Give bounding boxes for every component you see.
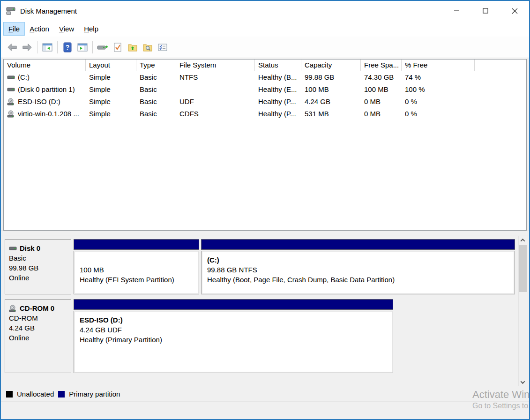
disk0-label[interactable]: Disk 0 Basic 99.98 GB Online xyxy=(5,239,71,294)
volume-name: (C:) xyxy=(18,71,30,83)
column-header-free-space[interactable]: Free Spa... xyxy=(361,60,402,71)
cell-free-space: 0 MB xyxy=(361,96,402,108)
primary-partition-swatch xyxy=(58,391,65,398)
cell-layout: Simple xyxy=(86,108,136,120)
disk-management-app-icon xyxy=(6,6,16,15)
menu-help-accesskey: H xyxy=(84,25,89,33)
rescan-disks-icon xyxy=(97,43,108,52)
column-header-file-system[interactable]: File System xyxy=(176,60,255,71)
volume-row-c[interactable]: (C:) Simple Basic NTFS Healthy (B... 99.… xyxy=(4,71,526,83)
menu-help-label: elp xyxy=(89,25,98,33)
legend-bar: Unallocated Primary partition xyxy=(1,387,529,401)
legend-primary-partition: Primary partition xyxy=(58,390,120,398)
volume-row-virtio-win[interactable]: virtio-win-0.1.208 ... Simple Basic CDFS… xyxy=(4,108,526,120)
menu-view[interactable]: View xyxy=(54,22,79,35)
partition-esd-iso[interactable]: ESD-ISO (D:) 4.24 GB UDF Healthy (Primar… xyxy=(74,299,393,373)
partition-c[interactable]: (C:) 99.88 GB NTFS Healthy (Boot, Page F… xyxy=(201,239,515,294)
volume-list-pane: Volume Layout Type File System Status Ca… xyxy=(3,59,527,231)
volume-row-disk0-partition1[interactable]: (Disk 0 partition 1) Simple Basic Health… xyxy=(4,83,526,96)
scroll-down-button[interactable] xyxy=(519,378,527,386)
minimize-button[interactable] xyxy=(442,1,471,21)
cell-free-space: 100 MB xyxy=(361,83,402,96)
folder-search-button[interactable] xyxy=(140,40,155,54)
menu-help[interactable]: Help xyxy=(79,22,103,35)
volume-name: ESD-ISO (D:) xyxy=(18,96,60,108)
partition-c-status: Healthy (Boot, Page File, Crash Dump, Ba… xyxy=(207,275,509,285)
cell-file-system xyxy=(176,83,255,96)
vertical-scrollbar[interactable] xyxy=(518,236,526,386)
cell-file-system: CDFS xyxy=(176,108,255,120)
properties-check-icon xyxy=(113,42,122,52)
cdrom0-label[interactable]: CD-ROM 0 CD-ROM 4.24 GB Online xyxy=(5,299,71,373)
column-header-status[interactable]: Status xyxy=(255,60,301,71)
forward-button[interactable] xyxy=(20,40,35,54)
pane-splitter[interactable] xyxy=(1,231,529,235)
graphical-view-pane: Disk 0 Basic 99.98 GB Online 100 MB Heal… xyxy=(1,235,529,387)
partition-efi[interactable]: 100 MB Healthy (EFI System Partition) xyxy=(74,239,199,294)
partition-esd-iso-title: ESD-ISO (D:) xyxy=(80,315,387,325)
menu-action-accesskey: A xyxy=(30,25,34,33)
cell-capacity: 99.88 GB xyxy=(301,71,361,83)
scrollbar-thumb[interactable] xyxy=(519,245,527,292)
menu-file[interactable]: File xyxy=(4,22,24,35)
cell-filler xyxy=(475,108,526,120)
disk0-size: 99.98 GB xyxy=(9,263,68,273)
help-icon: ? xyxy=(63,42,72,52)
scroll-up-button[interactable] xyxy=(519,236,527,244)
chevron-down-icon xyxy=(520,379,525,384)
forward-arrow-icon xyxy=(22,43,32,52)
disk-drive-icon xyxy=(9,246,17,251)
cell-file-system: NTFS xyxy=(176,71,255,83)
back-button[interactable] xyxy=(5,40,20,54)
cell-pct-free: 74 % xyxy=(402,71,475,83)
menu-view-accesskey: V xyxy=(59,25,64,33)
disk0-row: Disk 0 Basic 99.98 GB Online 100 MB Heal… xyxy=(5,239,515,294)
unallocated-label: Unallocated xyxy=(17,390,54,398)
menu-view-label: iew xyxy=(64,25,75,33)
volume-name: virtio-win-0.1.208 ... xyxy=(18,108,79,120)
show-action-pane-button[interactable] xyxy=(75,40,90,54)
column-header-type[interactable]: Type xyxy=(136,60,176,71)
cdrom0-row: CD-ROM 0 CD-ROM 4.24 GB Online ESD-ISO (… xyxy=(5,299,515,373)
menu-action[interactable]: Action xyxy=(25,22,54,35)
column-header-volume[interactable]: Volume xyxy=(4,60,86,71)
cell-capacity: 531 MB xyxy=(301,108,361,120)
folder-up-button[interactable] xyxy=(125,40,140,54)
cell-filler xyxy=(475,83,526,96)
column-header-layout[interactable]: Layout xyxy=(86,60,136,71)
checklist-button[interactable] xyxy=(155,40,170,54)
close-button[interactable] xyxy=(500,1,529,21)
maximize-button[interactable] xyxy=(471,1,500,21)
minimize-icon xyxy=(454,8,459,14)
disk0-partition-strip: 100 MB Healthy (EFI System Partition) (C… xyxy=(74,239,515,294)
cell-capacity: 100 MB xyxy=(301,83,361,96)
rescan-disks-button[interactable] xyxy=(95,40,110,54)
show-console-tree-button[interactable] xyxy=(40,40,55,54)
cell-status: Healthy (P... xyxy=(255,108,301,120)
column-header-pct-free[interactable]: % Free xyxy=(402,60,475,71)
cell-free-space: 0 MB xyxy=(361,108,402,120)
partition-c-color-band xyxy=(201,239,515,250)
column-header-capacity[interactable]: Capacity xyxy=(301,60,361,71)
titlebar: Disk Management xyxy=(1,1,529,21)
cdrom0-status: Online xyxy=(9,333,68,343)
status-bar xyxy=(1,401,529,419)
cell-file-system: UDF xyxy=(176,96,255,108)
help-button[interactable]: ? xyxy=(60,40,75,54)
cell-free-space: 74.30 GB xyxy=(361,71,402,83)
toolbar: ? xyxy=(1,37,529,58)
window-title: Disk Management xyxy=(20,7,77,15)
disk0-name: Disk 0 xyxy=(20,243,40,253)
volume-row-esd-iso[interactable]: ESD-ISO (D:) Simple Basic UDF Healthy (P… xyxy=(4,96,526,108)
cell-layout: Simple xyxy=(86,96,136,108)
primary-partition-label: Primary partition xyxy=(69,390,120,398)
column-header-filler xyxy=(475,60,526,71)
cell-type: Basic xyxy=(136,108,176,120)
properties-button[interactable] xyxy=(110,40,125,54)
partition-esd-iso-status: Healthy (Primary Partition) xyxy=(80,335,387,345)
menubar: File Action View Help xyxy=(1,21,529,37)
menu-file-label: ile xyxy=(13,25,20,33)
maximize-icon xyxy=(483,8,488,14)
cell-filler xyxy=(475,71,526,83)
cell-pct-free: 100 % xyxy=(402,83,475,96)
